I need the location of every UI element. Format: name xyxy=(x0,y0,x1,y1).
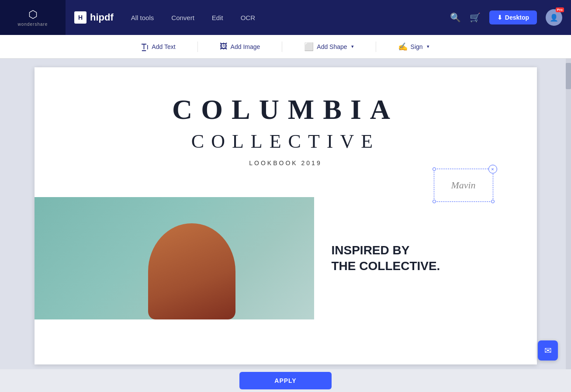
main-nav: All tools Convert Edit OCR xyxy=(122,14,450,21)
add-text-button[interactable]: T̲ı Add Text xyxy=(137,39,180,54)
nav-bar: ⬡ wondershare H hipdf All tools Convert … xyxy=(0,0,571,35)
hipdf-icon-box: H xyxy=(74,11,87,24)
wondershare-logo[interactable]: ⬡ wondershare xyxy=(0,0,66,35)
columbia-title: COLUMBIA xyxy=(69,94,502,126)
apply-button[interactable]: APPLY xyxy=(239,372,331,389)
sign-button[interactable]: ✍ Sign ▾ xyxy=(394,39,434,54)
sign-icon: ✍ xyxy=(398,42,408,52)
add-image-button[interactable]: 🖼 Add Image xyxy=(215,39,265,54)
sig-handle-tl[interactable] xyxy=(433,167,436,171)
email-icon: ✉ xyxy=(544,345,552,356)
add-image-label: Add Image xyxy=(231,43,260,50)
nav-all-tools[interactable]: All tools xyxy=(131,14,154,21)
toolbar-divider-2 xyxy=(282,42,282,52)
add-shape-label: Add Shape xyxy=(317,43,347,50)
nav-right: 🔍 🛒 ⬇ Desktop 👤 Pro xyxy=(450,9,571,26)
shape-icon: ⬜ xyxy=(304,42,314,52)
apply-bar: APPLY xyxy=(0,369,571,392)
signature-text: Mavin xyxy=(451,180,475,191)
add-shape-button[interactable]: ⬜ Add Shape ▾ xyxy=(300,39,358,54)
toolbar-divider-1 xyxy=(197,42,198,52)
nav-convert[interactable]: Convert xyxy=(171,14,194,21)
shape-chevron: ▾ xyxy=(351,44,354,49)
lookbook-text: LOOKBOOK 2019 xyxy=(69,160,502,167)
sign-label: Sign xyxy=(411,43,423,50)
sig-handle-bl[interactable] xyxy=(433,200,436,203)
editor-toolbar: T̲ı Add Text 🖼 Add Image ⬜ Add Shape ▾ ✍… xyxy=(0,35,571,59)
sign-chevron: ▾ xyxy=(427,44,429,49)
toolbar-divider-3 xyxy=(376,42,376,52)
desktop-icon: ⬇ xyxy=(497,14,502,21)
avatar-wrapper: 👤 Pro xyxy=(546,9,562,26)
wondershare-label: wondershare xyxy=(18,22,48,27)
image-icon: 🖼 xyxy=(220,42,228,51)
pro-badge: Pro xyxy=(556,7,564,12)
nav-ocr[interactable]: OCR xyxy=(241,14,255,21)
email-fab-button[interactable]: ✉ xyxy=(538,340,558,361)
sig-close-button[interactable]: × xyxy=(488,165,497,173)
cart-icon[interactable]: 🛒 xyxy=(470,12,481,23)
photo-right: INSPIRED BYTHE COLLECTIVE. xyxy=(314,197,537,319)
desktop-label: Desktop xyxy=(505,14,529,21)
add-text-label: Add Text xyxy=(152,43,175,50)
signature-box[interactable]: × Mavin xyxy=(434,169,493,202)
collective-subtitle: COLLECTIVE xyxy=(69,130,502,153)
sig-handle-br[interactable] xyxy=(491,200,495,203)
wondershare-icon: ⬡ xyxy=(28,8,38,21)
search-icon[interactable]: 🔍 xyxy=(450,12,461,23)
pdf-canvas: COLUMBIA COLLECTIVE LOOKBOOK 2019 INSPIR… xyxy=(0,59,571,369)
main-area: COLUMBIA COLLECTIVE LOOKBOOK 2019 INSPIR… xyxy=(0,59,571,369)
inspired-text: INSPIRED BYTHE COLLECTIVE. xyxy=(332,243,440,274)
text-icon: T̲ı xyxy=(142,42,149,52)
scrollbar-track[interactable] xyxy=(566,59,571,369)
hipdf-name: hipdf xyxy=(90,12,114,23)
pdf-page: COLUMBIA COLLECTIVE LOOKBOOK 2019 INSPIR… xyxy=(35,67,537,364)
scrollbar-thumb[interactable] xyxy=(566,63,571,89)
photo-area: INSPIRED BYTHE COLLECTIVE. xyxy=(35,197,537,319)
desktop-button[interactable]: ⬇ Desktop xyxy=(489,10,537,24)
photo-left xyxy=(35,197,314,319)
chair-image xyxy=(148,223,235,319)
nav-edit[interactable]: Edit xyxy=(212,14,223,21)
hipdf-logo[interactable]: H hipdf xyxy=(66,11,122,24)
